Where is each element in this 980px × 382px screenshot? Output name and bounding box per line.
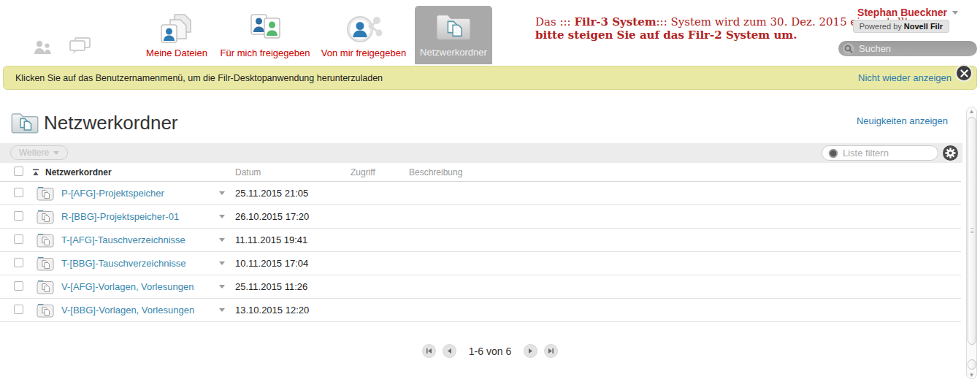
row-checkbox[interactable] xyxy=(14,234,23,244)
people-icon[interactable] xyxy=(32,39,54,58)
table-row: R-[BBG]-Projektspeicher-01 26.10.2015 17… xyxy=(0,205,961,229)
nav-shared-with-me[interactable]: Für mich freigegeben xyxy=(219,7,311,58)
row-checkbox[interactable] xyxy=(14,211,23,221)
row-menu-chevron-icon[interactable] xyxy=(219,285,225,289)
filter-box[interactable] xyxy=(822,145,938,161)
previous-page-button[interactable] xyxy=(443,344,456,358)
scrollbar[interactable]: ▲ ▼ xyxy=(966,107,977,379)
folder-date: 11.11.2015 19:41 xyxy=(235,234,351,245)
shared-by-me-icon xyxy=(345,13,383,45)
close-icon[interactable] xyxy=(955,64,973,82)
folder-link[interactable]: V-[BBG]-Vorlagen, Vorlesungen xyxy=(61,305,194,316)
folder-table: P-[AFG]-Projektspeicher 25.11.2015 21:05 xyxy=(0,182,961,322)
table-row: T-[AFG]-Tauschverzeichnisse 11.11.2015 1… xyxy=(0,229,961,252)
my-files-icon xyxy=(160,13,194,45)
row-checkbox[interactable] xyxy=(14,305,23,314)
row-checkbox[interactable] xyxy=(14,188,23,197)
folder-date: 25.11.2015 11:26 xyxy=(235,281,351,292)
table-row: V-[AFG]-Vorlagen, Vorlesungen 25.11.2015… xyxy=(0,275,961,299)
user-menu[interactable]: Stephan Bueckner xyxy=(857,7,958,18)
folder-link[interactable]: P-[AFG]-Projektspeicher xyxy=(61,188,164,199)
page-title: Netzwerkordner xyxy=(44,112,178,134)
whats-new-link[interactable]: Neuigkeiten anzeigen xyxy=(857,115,948,126)
gear-icon[interactable] xyxy=(943,145,958,161)
scroll-up-icon[interactable]: ▲ xyxy=(966,108,977,115)
search-box[interactable] xyxy=(838,41,977,56)
folder-icon xyxy=(37,233,54,248)
row-menu-chevron-icon[interactable] xyxy=(219,191,225,195)
column-netzwerkordner[interactable]: Netzwerkordner xyxy=(37,167,235,177)
folder-link[interactable]: T-[BBG]-Tauschverzeichnisse xyxy=(61,258,186,269)
nav-shared-with-me-label: Für mich freigegeben xyxy=(221,47,310,58)
nav-my-files-label: Meine Dateien xyxy=(146,47,207,58)
dismiss-link[interactable]: Nicht wieder anzeigen xyxy=(858,72,952,83)
column-datum[interactable]: Datum xyxy=(235,167,351,177)
pagination-range: 1-6 von 6 xyxy=(469,345,511,357)
folder-link[interactable]: V-[AFG]-Vorlagen, Vorlesungen xyxy=(61,281,194,292)
top-header: Meine Dateien Für mich freigegeben xyxy=(0,0,980,64)
more-button-label: Weitere xyxy=(19,148,49,158)
chevron-down-icon xyxy=(53,151,59,155)
table-row: P-[AFG]-Projektspeicher 25.11.2015 21:05 xyxy=(0,182,961,205)
folder-icon xyxy=(37,256,54,271)
folder-icon xyxy=(37,280,54,294)
folder-date: 13.10.2015 12:20 xyxy=(235,305,351,316)
row-menu-chevron-icon[interactable] xyxy=(219,238,225,242)
nav-shared-by-me[interactable]: Von mir freigegeben xyxy=(321,7,406,58)
table-header: Netzwerkordner Datum Zugriff Beschreibun… xyxy=(0,163,961,182)
nav-my-files[interactable]: Meine Dateien xyxy=(139,7,215,58)
folder-icon xyxy=(37,303,54,318)
folder-date: 10.11.2015 17:04 xyxy=(235,258,351,269)
first-page-button[interactable] xyxy=(422,344,436,358)
info-banner-message: Klicken Sie auf das Benutzernamenmenü, u… xyxy=(15,73,383,83)
column-zugriff[interactable]: Zugriff xyxy=(351,167,409,177)
row-menu-chevron-icon[interactable] xyxy=(219,215,225,218)
folder-link[interactable]: R-[BBG]-Projektspeicher-01 xyxy=(61,211,179,222)
folder-link[interactable]: T-[AFG]-Tauschverzeichnisse xyxy=(61,234,185,245)
chevron-down-icon xyxy=(952,11,958,15)
scrollbar-thumb[interactable] xyxy=(968,117,976,345)
table-row: T-[BBG]-Tauschverzeichnisse 10.11.2015 1… xyxy=(0,252,961,275)
folder-icon xyxy=(37,210,54,224)
filter-icon xyxy=(828,148,838,158)
powered-by-badge: Powered by Novell Filr xyxy=(853,20,949,33)
nav-network-folders-label: Netzwerkordner xyxy=(420,47,487,58)
select-all-checkbox[interactable] xyxy=(14,167,23,176)
shared-with-me-icon xyxy=(247,13,283,45)
pagination: 1-6 von 6 xyxy=(0,344,980,358)
scroll-down-icon[interactable]: ▼ xyxy=(966,372,977,378)
folder-date: 26.10.2015 17:20 xyxy=(235,211,351,222)
row-checkbox[interactable] xyxy=(14,258,23,267)
folder-icon xyxy=(37,186,54,201)
powered-by-brand: Novell Filr xyxy=(904,22,943,31)
last-page-button[interactable] xyxy=(544,344,558,358)
folder-date: 25.11.2015 21:05 xyxy=(235,188,351,199)
scrollbar-grip xyxy=(971,228,973,233)
nav-shared-by-me-label: Von mir freigegeben xyxy=(321,47,406,58)
more-button[interactable]: Weitere xyxy=(10,145,68,160)
list-toolbar: Weitere xyxy=(0,143,962,163)
powered-by-prefix: Powered by xyxy=(860,22,902,31)
sort-ascending-icon xyxy=(32,169,39,176)
table-row: V-[BBG]-Vorlagen, Vorlesungen 13.10.2015… xyxy=(0,299,961,322)
row-checkbox[interactable] xyxy=(14,281,23,291)
search-input[interactable] xyxy=(859,43,980,54)
user-name: Stephan Bueckner xyxy=(857,7,947,18)
row-menu-chevron-icon[interactable] xyxy=(219,261,225,265)
forums-icon[interactable] xyxy=(67,37,92,58)
next-page-button[interactable] xyxy=(524,344,537,358)
network-folders-icon xyxy=(435,12,472,42)
nav-network-folders[interactable]: Netzwerkordner xyxy=(415,6,492,64)
netfolder-title-icon xyxy=(10,112,39,137)
search-icon xyxy=(843,43,854,55)
row-menu-chevron-icon[interactable] xyxy=(219,308,225,312)
info-banner: Klicken Sie auf das Benutzernamenmenü, u… xyxy=(3,66,977,90)
column-beschreibung[interactable]: Beschreibung xyxy=(409,167,961,177)
scrollbar-end-cap xyxy=(968,359,976,370)
